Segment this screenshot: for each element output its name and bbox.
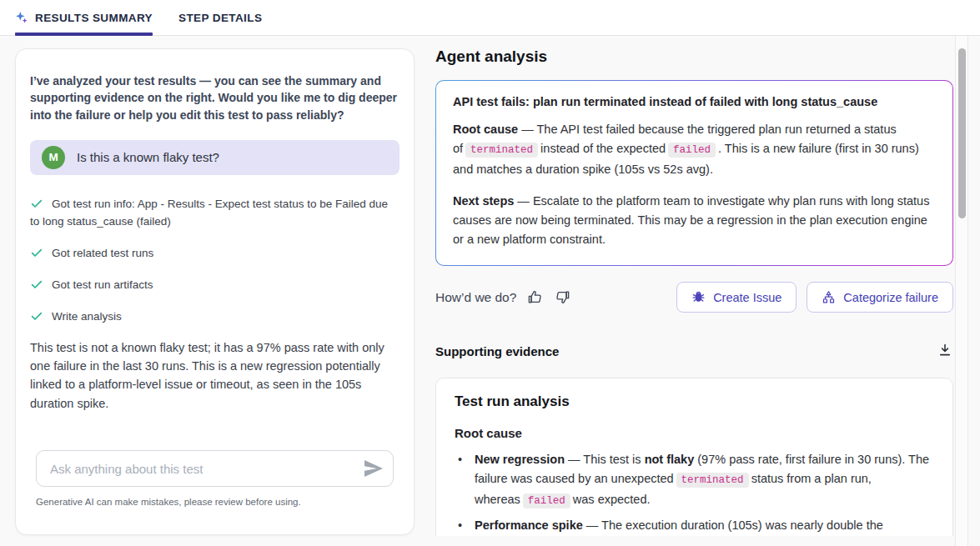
download-icon [937, 343, 952, 358]
thumbs-down-button[interactable] [555, 289, 571, 306]
tab-results-summary-label: RESULTS SUMMARY [35, 12, 153, 24]
categorize-failure-button[interactable]: Categorize failure [807, 282, 953, 313]
create-issue-label: Create Issue [713, 291, 781, 304]
check-icon [30, 278, 43, 291]
categorize-icon [822, 290, 836, 304]
feedback-row: How’d we do? Cre [435, 282, 953, 313]
user-avatar: M [42, 146, 65, 169]
user-message-bubble: M Is this a known flaky test? [30, 140, 400, 175]
feedback-question: How’d we do? [435, 290, 516, 305]
step-item: Write analysis [30, 308, 400, 326]
status-code-terminated: terminated [676, 473, 749, 488]
send-icon [364, 459, 384, 478]
categorize-failure-label: Categorize failure [843, 291, 938, 304]
thumbs-up-icon [527, 289, 543, 305]
thumbs-down-icon [555, 289, 570, 305]
root-cause-bullets: • New regression — This test is not flak… [455, 450, 934, 536]
status-code-failed: failed [523, 493, 570, 508]
agent-analysis-heading: Agent analysis [435, 42, 953, 66]
right-panel-scrollbar-track[interactable] [955, 36, 968, 546]
step-label: Write analysis [52, 310, 122, 323]
bug-icon [691, 290, 706, 304]
test-run-analysis-title: Test run analysis [455, 393, 934, 410]
download-evidence-button[interactable] [937, 343, 953, 359]
step-item: Got test run artifacts [30, 277, 400, 294]
supporting-evidence-heading: Supporting evidence [435, 344, 559, 358]
tab-results-summary[interactable]: RESULTS SUMMARY [15, 0, 153, 35]
thumbs-up-button[interactable] [527, 289, 544, 306]
status-code-failed: failed [668, 143, 716, 158]
tab-step-details-label: STEP DETAILS [178, 12, 262, 24]
assistant-intro-message: I’ve analyzed your test results — you ca… [30, 73, 400, 123]
bullet-marker: • [455, 516, 475, 536]
right-panel-scrollbar-thumb[interactable] [958, 48, 966, 218]
check-icon [30, 246, 43, 259]
assistant-analysis-text: This test is not a known flaky test; it … [30, 338, 400, 413]
next-steps-paragraph: Next steps — Escalate to the platform te… [453, 192, 936, 249]
bullet-label: Performance spike [475, 518, 583, 532]
analysis-box-title: API test fails: plan run terminated inst… [453, 95, 936, 108]
chat-panel: I’ve analyzed your test results — you ca… [15, 48, 415, 535]
check-icon [30, 197, 43, 210]
bullet-marker: • [455, 450, 475, 511]
agent-analysis-box: API test fails: plan run terminated inst… [435, 80, 953, 266]
sparkle-icon [15, 11, 28, 24]
supporting-evidence-row: Supporting evidence [435, 343, 953, 359]
next-steps-text: — Escalate to the platform team to inves… [453, 194, 929, 246]
step-label: Got test run info: App - Results - Expec… [30, 198, 388, 228]
ai-disclaimer: Generative AI can make mistakes, please … [36, 497, 301, 507]
step-item: Got test run info: App - Results - Expec… [30, 196, 400, 231]
bullet-text: — This test is [565, 453, 645, 466]
user-message-text: Is this a known flaky test? [77, 150, 219, 164]
create-issue-button[interactable]: Create Issue [676, 282, 797, 313]
chat-input[interactable] [36, 450, 394, 487]
agent-analysis-panel: Agent analysis API test fails: plan run … [435, 42, 953, 536]
agent-steps-list: Got test run info: App - Results - Expec… [30, 196, 400, 326]
root-cause-paragraph: Root cause — The API test failed because… [453, 120, 936, 179]
bullet-text: was expected. [573, 493, 651, 506]
tab-step-details[interactable]: STEP DETAILS [178, 0, 262, 35]
root-cause-label: Root cause [453, 123, 518, 136]
bullet-label: New regression [475, 453, 565, 466]
status-code-terminated: terminated [465, 143, 538, 158]
tab-bar: RESULTS SUMMARY STEP DETAILS [0, 0, 980, 36]
bullet-new-regression: • New regression — This test is not flak… [455, 450, 934, 511]
send-button[interactable] [364, 459, 384, 478]
chat-input-wrapper [36, 450, 394, 487]
next-steps-label: Next steps [453, 194, 514, 208]
step-label: Got related test runs [52, 247, 153, 259]
step-item: Got related test runs [30, 245, 400, 263]
root-cause-text: instead of the expected [540, 142, 666, 155]
test-run-analysis-card: Test run analysis Root cause • New regre… [435, 378, 953, 536]
check-icon [30, 309, 43, 323]
bullet-bold-text: not flaky [645, 453, 695, 466]
step-label: Got test run artifacts [52, 278, 153, 291]
bullet-performance-spike: • Performance spike — The execution dura… [455, 516, 934, 536]
root-cause-section-heading: Root cause [455, 426, 934, 440]
